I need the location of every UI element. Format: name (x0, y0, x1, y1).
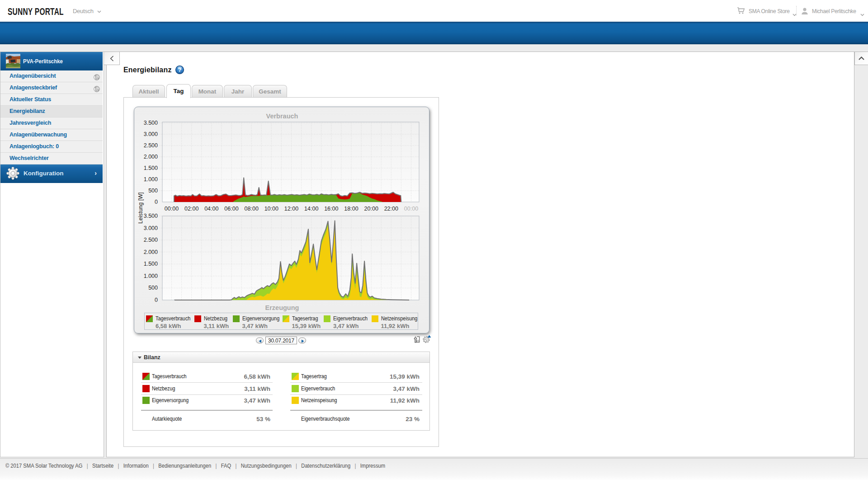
svg-text:500: 500 (148, 188, 158, 194)
svg-text:04:00: 04:00 (204, 206, 218, 212)
svg-text:1.500: 1.500 (144, 165, 158, 171)
svg-text:?: ? (178, 66, 182, 73)
svg-text:10:00: 10:00 (264, 206, 278, 212)
svg-text:2.000: 2.000 (144, 154, 158, 160)
svg-text:3.000: 3.000 (144, 131, 158, 137)
svg-text:3.500: 3.500 (144, 213, 158, 219)
svg-text:2.500: 2.500 (144, 142, 158, 149)
svg-text:Erzeugung: Erzeugung (265, 304, 299, 311)
svg-text:500: 500 (148, 285, 158, 291)
svg-text:00:00: 00:00 (165, 206, 179, 212)
svg-text:1.500: 1.500 (144, 261, 158, 267)
svg-text:3.000: 3.000 (144, 225, 158, 231)
svg-text:Leistung [W]: Leistung [W] (137, 192, 144, 224)
svg-text:2.500: 2.500 (144, 237, 158, 243)
svg-text:00:00: 00:00 (404, 206, 418, 212)
svg-text:Verbrauch: Verbrauch (266, 113, 298, 120)
svg-text:20:00: 20:00 (364, 206, 378, 212)
svg-text:14:00: 14:00 (304, 206, 318, 212)
svg-text:0: 0 (155, 199, 158, 205)
svg-text:1.000: 1.000 (144, 273, 158, 279)
svg-text:22:00: 22:00 (384, 206, 398, 212)
svg-text:0: 0 (155, 297, 158, 303)
svg-text:06:00: 06:00 (224, 206, 238, 212)
svg-text:02:00: 02:00 (184, 206, 198, 212)
svg-text:2.000: 2.000 (144, 249, 158, 255)
svg-text:3.500: 3.500 (144, 120, 158, 126)
svg-text:12:00: 12:00 (284, 206, 298, 212)
svg-text:1.000: 1.000 (144, 176, 158, 183)
svg-text:18:00: 18:00 (344, 206, 358, 212)
svg-text:16:00: 16:00 (324, 206, 338, 212)
svg-text:08:00: 08:00 (245, 206, 259, 212)
